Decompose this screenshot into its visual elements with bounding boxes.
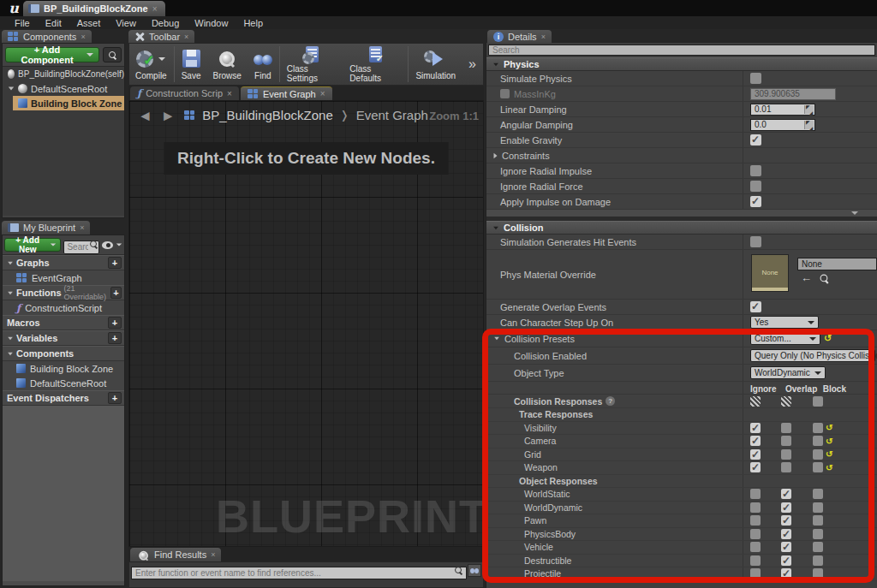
expand-arrow-icon[interactable] <box>494 337 499 341</box>
value-drag-icon[interactable] <box>804 121 814 129</box>
browse-button[interactable]: Browse <box>206 44 247 85</box>
block-checkbox[interactable] <box>813 462 823 472</box>
close-icon[interactable]: × <box>320 89 325 98</box>
ignore-checkbox[interactable] <box>750 489 761 499</box>
block-checkbox[interactable] <box>813 515 823 526</box>
simulation-button[interactable]: Simulation <box>409 44 462 85</box>
use-selected-asset-icon[interactable]: ← <box>801 274 812 282</box>
ignore-checkbox[interactable] <box>750 436 761 446</box>
phys-material-thumbnail[interactable]: None <box>751 254 789 292</box>
toolbar-overflow-button[interactable]: » <box>462 56 483 72</box>
ignore-checkbox[interactable] <box>750 555 761 566</box>
close-icon[interactable]: × <box>541 33 546 41</box>
tab-construction-script[interactable]: ƒ Construction Scrip × <box>130 86 239 100</box>
browse-to-asset-icon[interactable] <box>820 274 829 282</box>
enable-gravity-checkbox[interactable] <box>750 134 761 146</box>
object-type-dropdown[interactable]: WorldDynamic <box>750 366 826 379</box>
step-up-dropdown[interactable]: Yes <box>750 316 819 329</box>
component-search-button[interactable] <box>103 47 122 62</box>
block-checkbox[interactable] <box>813 542 823 552</box>
menu-item[interactable]: Edit <box>38 18 69 28</box>
menu-item[interactable]: Asset <box>69 18 109 28</box>
reset-to-default-icon[interactable]: ↺ <box>824 333 832 344</box>
overlap-checkbox[interactable] <box>781 502 791 513</box>
visibility-eye-icon[interactable] <box>102 241 113 249</box>
category-collision[interactable]: Collision <box>486 221 877 235</box>
save-button[interactable]: Save <box>176 44 207 85</box>
event-graph-canvas[interactable]: ◄ ► BP_BuildingBlockZone ❭ Event Graph Z… <box>128 100 484 547</box>
chevron-down-icon[interactable] <box>116 243 122 246</box>
tab-components[interactable]: Components × <box>2 30 92 44</box>
overlap-checkbox[interactable] <box>781 542 791 552</box>
menu-item[interactable]: Debug <box>144 18 187 28</box>
block-checkbox[interactable] <box>813 502 823 513</box>
add-new-button[interactable]: + Add New <box>4 238 61 252</box>
overlap-checkbox[interactable] <box>781 529 791 539</box>
close-icon[interactable]: × <box>211 550 215 559</box>
reset-to-default-icon[interactable]: ↺ <box>826 436 832 447</box>
component-variable-item[interactable]: DefaultSceneRoot <box>3 376 124 390</box>
overlap-checkbox[interactable] <box>781 423 791 433</box>
close-icon[interactable]: × <box>227 89 232 98</box>
details-search-input[interactable] <box>488 45 875 56</box>
overlap-checkbox[interactable] <box>781 462 791 472</box>
block-checkbox[interactable] <box>813 529 823 539</box>
menu-item[interactable]: View <box>108 18 144 28</box>
ignore-checkbox[interactable] <box>750 423 761 433</box>
tab-find-results[interactable]: Find Results × <box>130 548 221 561</box>
section-functions[interactable]: Functions (21 Overridable) + <box>3 285 124 300</box>
reset-to-default-icon[interactable]: ↺ <box>826 462 832 473</box>
find-in-blueprints-button[interactable] <box>468 564 481 577</box>
overlap-checkbox[interactable] <box>781 489 791 499</box>
reset-to-default-icon[interactable]: ↺ <box>826 422 832 433</box>
ignore-all-checkbox[interactable] <box>750 396 761 407</box>
section-variables[interactable]: Variables + <box>3 330 124 346</box>
close-icon[interactable]: × <box>80 223 84 232</box>
tab-event-graph[interactable]: Event Graph × <box>241 86 332 100</box>
block-checkbox[interactable] <box>813 436 823 446</box>
find-button[interactable]: Find <box>248 44 278 85</box>
tab-my-blueprint[interactable]: My Blueprint × <box>2 221 90 235</box>
close-icon[interactable]: × <box>81 33 85 41</box>
add-variable-button[interactable]: + <box>108 332 122 344</box>
ignore-checkbox[interactable] <box>750 529 761 539</box>
add-graph-button[interactable]: + <box>108 257 122 269</box>
item-construction-script[interactable]: ƒ ConstructionScript <box>3 300 124 315</box>
overlap-all-checkbox[interactable] <box>781 396 791 407</box>
block-checkbox[interactable] <box>813 423 823 433</box>
asset-document-tab[interactable]: BP_BuildingBlockZone × <box>23 1 165 16</box>
section-components[interactable]: Components <box>3 346 124 361</box>
class-settings-button[interactable]: Class Settings <box>281 44 344 85</box>
category-physics[interactable]: Physics <box>486 57 877 71</box>
reset-to-default-icon[interactable]: ↺ <box>826 448 832 460</box>
collision-enabled-dropdown[interactable]: Query Only (No Physics Collision) <box>750 349 875 362</box>
find-results-search-input[interactable] <box>131 567 467 579</box>
block-all-checkbox[interactable] <box>813 396 823 407</box>
add-function-button[interactable]: + <box>110 287 122 299</box>
menu-item[interactable]: Window <box>187 18 236 28</box>
phys-material-asset-picker[interactable]: None <box>797 258 877 270</box>
overlap-checkbox[interactable] <box>781 515 791 526</box>
menu-item[interactable]: Help <box>236 18 271 28</box>
section-graphs[interactable]: Graphs + <box>3 255 124 270</box>
ignore-radial-impulse-checkbox[interactable] <box>750 165 761 176</box>
block-checkbox[interactable] <box>813 489 823 499</box>
section-macros[interactable]: Macros + <box>3 315 124 330</box>
add-event-dispatcher-button[interactable]: + <box>108 392 122 404</box>
block-checkbox[interactable] <box>813 449 823 460</box>
overlap-events-checkbox[interactable] <box>750 301 761 312</box>
ignore-radial-force-checkbox[interactable] <box>750 181 761 192</box>
overlap-checkbox[interactable] <box>781 555 791 566</box>
hit-events-checkbox[interactable] <box>750 236 761 247</box>
menu-item[interactable]: File <box>7 18 38 28</box>
linear-damping-input[interactable]: 0.01 <box>750 104 815 116</box>
close-icon[interactable]: × <box>152 4 158 14</box>
chevron-down-icon[interactable] <box>158 57 165 61</box>
tab-details[interactable]: i Details × <box>487 30 552 44</box>
overlap-checkbox[interactable] <box>781 436 791 446</box>
component-variable-item[interactable]: Building Block Zone <box>3 361 124 376</box>
angular-damping-input[interactable]: 0.0 <box>750 119 815 131</box>
apply-impulse-checkbox[interactable] <box>750 196 761 207</box>
ignore-checkbox[interactable] <box>750 515 761 526</box>
ignore-checkbox[interactable] <box>750 449 761 460</box>
